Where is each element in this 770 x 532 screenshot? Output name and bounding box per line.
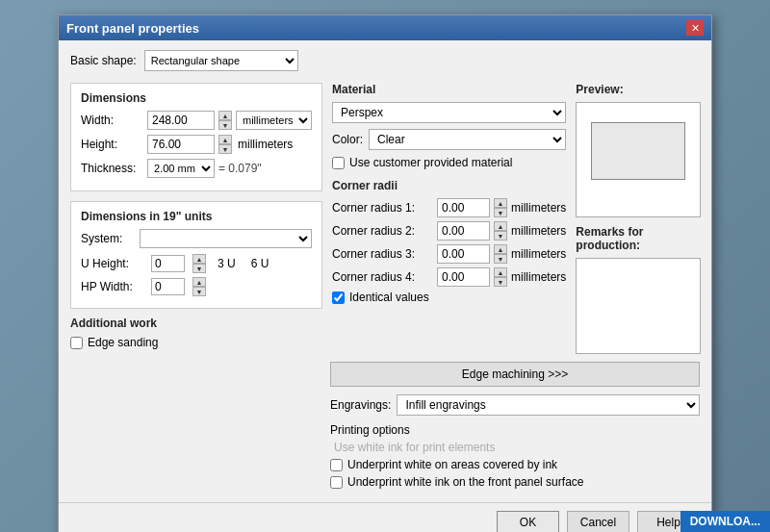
thickness-select[interactable]: 2.00 mm	[147, 159, 215, 178]
corner-radius-1-label: Corner radius 1:	[332, 201, 433, 215]
engravings-select[interactable]: Infill engravings	[397, 394, 700, 416]
corner-radius-1-input[interactable]	[437, 198, 490, 217]
remarks-box	[576, 258, 701, 354]
height-unit: millimeters	[238, 138, 293, 151]
height-row: Height: ▲ ▼ millimeters	[81, 135, 312, 154]
dialog-footer: OK Cancel Help	[59, 502, 711, 532]
material-select[interactable]: Perspex	[332, 102, 566, 123]
corner-radius-2-unit: millimeters	[511, 224, 566, 238]
hp-width-input[interactable]	[151, 278, 185, 295]
hp-width-label: HP Width:	[81, 280, 143, 293]
corner-radius-2-label: Corner radius 2:	[332, 224, 433, 238]
edge-sanding-checkbox[interactable]	[70, 337, 83, 349]
dialog-title: Front panel properties	[66, 21, 199, 36]
width-spinner[interactable]: ▲ ▼	[218, 111, 232, 130]
u-height-spinner-up[interactable]: ▲	[192, 254, 206, 264]
corner-radius-3-spinner[interactable]: ▲ ▼	[494, 244, 507, 264]
preview-header: Preview:	[576, 83, 701, 96]
corner-radius-1-spinner[interactable]: ▲ ▼	[494, 198, 507, 217]
basic-shape-row: Basic shape: Rectangular shape	[70, 50, 700, 71]
corner-radius-3-input[interactable]	[437, 244, 490, 264]
ok-button[interactable]: OK	[497, 511, 559, 532]
height-spinner-down[interactable]: ▼	[218, 144, 232, 154]
engravings-label: Engravings:	[330, 398, 391, 412]
corner-radius-2-down[interactable]: ▼	[494, 231, 507, 241]
underprint1-checkbox[interactable]	[330, 459, 343, 471]
hp-width-spinner-up[interactable]: ▲	[192, 277, 206, 287]
hp-width-row: HP Width: ▲ ▼	[81, 277, 312, 296]
width-unit-select[interactable]: millimeters	[236, 111, 312, 130]
color-row: Color: Clear	[332, 129, 566, 150]
front-panel-properties-dialog: Front panel properties ✕ Basic shape: Re…	[58, 14, 712, 532]
material-section: Material Perspex Color: Clear Use custom…	[332, 83, 566, 169]
corner-radius-4-label: Corner radius 4:	[332, 270, 433, 284]
remarks-textarea[interactable]	[577, 259, 700, 353]
dimensions-section: Dimensions Width: ▲ ▼ millimeters	[70, 83, 322, 191]
corner-radius-1-up[interactable]: ▲	[494, 198, 507, 208]
nineteen-inch-header: Dimensions in 19" units	[81, 210, 312, 223]
printing-section: Printing options Use white ink for print…	[330, 423, 700, 489]
corner-radius-4-input[interactable]	[437, 267, 490, 287]
height-spinner[interactable]: ▲ ▼	[218, 135, 232, 154]
u-height-label: U Height:	[81, 257, 143, 270]
u-height-row: U Height: ▲ ▼ 3 U 6 U	[81, 254, 312, 273]
width-spinner-up[interactable]: ▲	[218, 111, 232, 120]
width-input[interactable]	[147, 111, 215, 130]
height-label: Height:	[81, 138, 143, 151]
corner-radius-3-up[interactable]: ▲	[494, 244, 507, 254]
preview-inner	[591, 122, 685, 180]
corner-radius-2-spinner[interactable]: ▲ ▼	[494, 221, 507, 241]
corner-radius-3-down[interactable]: ▼	[494, 254, 507, 264]
color-label: Color:	[332, 133, 363, 146]
main-row: Dimensions Width: ▲ ▼ millimeters	[70, 83, 700, 354]
cancel-button[interactable]: Cancel	[567, 511, 629, 532]
corner-radius-4-spinner[interactable]: ▲ ▼	[494, 267, 507, 287]
thickness-equal: = 0.079"	[218, 162, 262, 175]
corner-radius-1-down[interactable]: ▼	[494, 208, 507, 217]
identical-values-checkbox[interactable]	[332, 291, 345, 304]
height-spinner-up[interactable]: ▲	[218, 135, 232, 144]
system-select[interactable]	[140, 229, 312, 248]
close-button[interactable]: ✕	[686, 20, 704, 36]
edge-machining-button[interactable]: Edge machining >>>	[330, 362, 700, 387]
corner-radius-4-down[interactable]: ▼	[494, 277, 507, 287]
width-spinner-down[interactable]: ▼	[218, 120, 232, 130]
customer-material-label: Use customer provided material	[349, 156, 512, 169]
download-bar[interactable]: DOWNLOA...	[680, 511, 770, 532]
underprint1-label: Underprint white on areas covered by ink	[347, 458, 557, 471]
customer-material-checkbox[interactable]	[332, 157, 345, 169]
dialog-body: Basic shape: Rectangular shape Dimension…	[59, 40, 711, 502]
middle-panel: Material Perspex Color: Clear Use custom…	[332, 83, 566, 354]
basic-shape-label: Basic shape:	[70, 54, 137, 67]
color-select[interactable]: Clear	[369, 129, 566, 150]
corner-radius-2-up[interactable]: ▲	[494, 221, 507, 231]
corner-radius-3-row: Corner radius 3: ▲ ▼ millimeters	[332, 244, 566, 264]
hp-width-spinner-down[interactable]: ▼	[192, 287, 206, 296]
u-height-input[interactable]	[151, 255, 185, 272]
material-header: Material	[332, 83, 566, 96]
preview-box	[576, 102, 701, 217]
customer-material-row: Use customer provided material	[332, 156, 566, 169]
bottom-row: Edge machining >>> Engravings: Infill en…	[70, 362, 700, 493]
identical-values-row: Identical values	[332, 291, 566, 304]
preview-panel: Preview: Remarks for production:	[576, 83, 701, 354]
corner-radii-header: Corner radii	[332, 179, 566, 192]
width-label: Width:	[81, 114, 143, 127]
height-input[interactable]	[147, 135, 215, 154]
system-label: System:	[81, 232, 134, 245]
u-height-6u: 6 U	[251, 257, 270, 270]
underprint2-checkbox[interactable]	[330, 476, 343, 489]
identical-values-label: Identical values	[349, 291, 429, 304]
corner-radius-4-up[interactable]: ▲	[494, 267, 507, 277]
underprint2-row: Underprint white ink on the front panel …	[330, 475, 700, 489]
corner-radius-2-input[interactable]	[437, 221, 490, 241]
corner-radius-4-row: Corner radius 4: ▲ ▼ millimeters	[332, 267, 566, 287]
u-height-spinner[interactable]: ▲ ▼	[192, 254, 206, 273]
basic-shape-select[interactable]: Rectangular shape	[144, 50, 298, 71]
u-height-3u: 3 U	[218, 257, 236, 270]
hp-width-spinner[interactable]: ▲ ▼	[192, 277, 206, 296]
width-row: Width: ▲ ▼ millimeters	[81, 111, 312, 130]
corner-radii-section: Corner radii Corner radius 1: ▲ ▼ millim…	[332, 179, 566, 304]
u-height-spinner-down[interactable]: ▼	[192, 264, 206, 273]
corner-radius-3-unit: millimeters	[511, 247, 566, 261]
